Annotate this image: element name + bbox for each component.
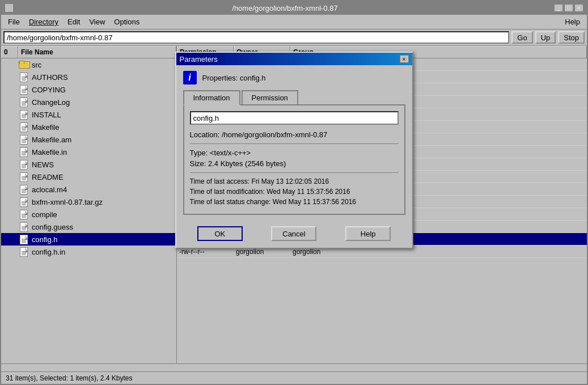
menu-view[interactable]: View (84, 16, 109, 27)
modification-value: Wed May 11 15:37:56 2016 (266, 188, 350, 196)
title-bar-buttons: _ □ × (554, 4, 583, 12)
size-value: 2.4 Kbytes (2546 bytes) (208, 159, 286, 168)
cancel-button[interactable]: Cancel (271, 226, 316, 241)
stop-button[interactable]: Stop (558, 31, 585, 44)
minimize-button[interactable]: _ (554, 4, 563, 12)
filename-row (190, 111, 399, 127)
menu-options[interactable]: Options (109, 16, 144, 27)
location-row: Location: /home/gorgolion/bxfm-xmnl-0.87 (190, 130, 399, 139)
access-label: Time of last access: (190, 177, 250, 185)
horizontal-scrollbar[interactable] (1, 363, 587, 371)
info-icon: i (183, 71, 197, 84)
go-button[interactable]: Go (511, 31, 532, 44)
menu-edit[interactable]: Edit (63, 16, 84, 27)
dialog-title-bar: Parameters × (176, 53, 412, 65)
dialog-body: i Properties: config.h Information Permi… (176, 65, 412, 221)
status-bar: 31 item(s), Selected: 1 item(s), 2.4 Kby… (1, 371, 587, 384)
size-row: Size: 2.4 Kbytes (2546 bytes) (190, 159, 399, 168)
divider-1 (190, 143, 399, 144)
type-value: <text/x-c++> (210, 149, 251, 157)
time-section: Time of last access: Fri May 13 12:02:05… (190, 177, 399, 206)
access-row: Time of last access: Fri May 13 12:02:05… (190, 177, 399, 185)
access-value: Fri May 13 12:02:05 2016 (251, 177, 329, 185)
dialog-title: Parameters (180, 55, 218, 64)
location-value: /home/gorgolion/bxfm-xmnl-0.87 (222, 130, 327, 139)
help-button[interactable]: Help (345, 226, 391, 241)
window-title: /home/gorgolion/bxfm-xmnl-0.87 (16, 4, 554, 12)
tab-information[interactable]: Information (183, 90, 240, 105)
window-icon (5, 3, 14, 12)
dialog-prop-header: i Properties: config.h (183, 71, 405, 84)
dialog-close-button[interactable]: × (400, 55, 409, 63)
status-value: Wed May 11 15:37:56 2016 (273, 198, 356, 206)
up-button[interactable]: Up (535, 31, 556, 44)
status-label: Time of last status change: (190, 198, 271, 206)
menu-bar: File Directory Edit View Options Help (1, 15, 587, 29)
title-bar: /home/gorgolion/bxfm-xmnl-0.87 _ □ × (1, 1, 587, 15)
tab-permission[interactable]: Permission (242, 90, 298, 104)
dialog-tab-panel: Location: /home/gorgolion/bxfm-xmnl-0.87… (183, 104, 405, 215)
filename-input[interactable] (190, 111, 399, 125)
modification-row: Time of last modification: Wed May 11 15… (190, 188, 399, 196)
status-text: 31 item(s), Selected: 1 item(s), 2.4 Kby… (6, 374, 132, 382)
dialog-tabs: Information Permission (183, 90, 405, 104)
dialog-buttons: OK Cancel Help (176, 221, 412, 248)
file-area: 0 File Name src AUTHORS (1, 46, 587, 363)
size-label: Size: (190, 159, 206, 168)
menu-help[interactable]: Help (560, 16, 585, 27)
type-size-section: Type: <text/x-c++> Size: 2.4 Kbytes (254… (190, 149, 399, 168)
location-label: Location: (190, 130, 220, 139)
main-window: /home/gorgolion/bxfm-xmnl-0.87 _ □ × Fil… (0, 0, 588, 385)
type-row: Type: <text/x-c++> (190, 149, 399, 157)
parameters-dialog: Parameters × i Properties: config.h Info… (175, 52, 413, 249)
ok-button[interactable]: OK (197, 226, 243, 241)
type-label: Type: (190, 149, 208, 157)
address-input[interactable] (3, 31, 509, 44)
dialog-overlay: Parameters × i Properties: config.h Info… (1, 46, 587, 363)
menu-directory[interactable]: Directory (24, 16, 63, 27)
maximize-button[interactable]: □ (564, 4, 573, 12)
close-button[interactable]: × (574, 4, 583, 12)
menu-file[interactable]: File (3, 16, 24, 27)
status-change-row: Time of last status change: Wed May 11 1… (190, 198, 399, 206)
divider-2 (190, 172, 399, 173)
dialog-prop-title: Properties: config.h (202, 74, 266, 82)
address-bar: Go Up Stop (1, 29, 587, 46)
modification-label: Time of last modification: (190, 188, 265, 196)
